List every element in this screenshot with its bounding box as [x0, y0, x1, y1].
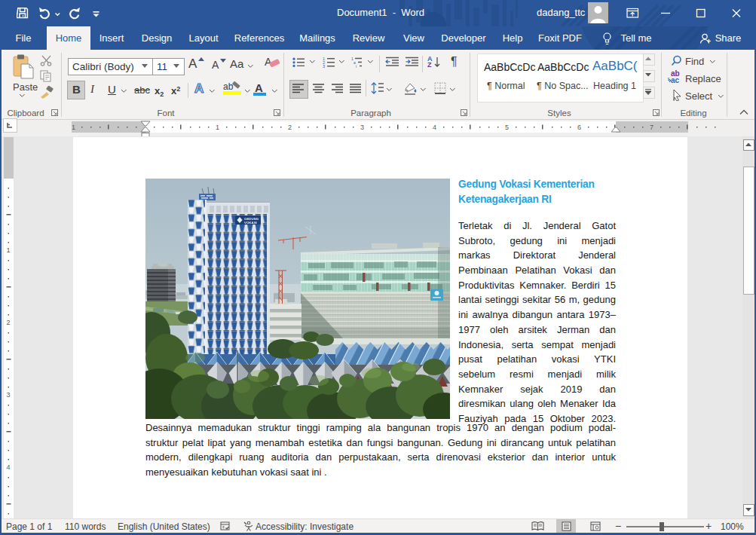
svg-text:7: 7 [650, 124, 653, 131]
svg-text:6: 6 [577, 124, 581, 131]
svg-text:3: 3 [323, 64, 325, 68]
svg-text:4: 4 [433, 124, 436, 131]
svg-text:1: 1 [216, 124, 219, 131]
svg-text:VOKASI: VOKASI [244, 221, 257, 225]
svg-text:2: 2 [288, 124, 292, 131]
svg-text:2: 2 [7, 319, 11, 326]
svg-text:1: 1 [7, 246, 11, 254]
svg-text:3: 3 [360, 124, 364, 131]
svg-text:1: 1 [72, 124, 75, 131]
svg-text:3: 3 [7, 391, 11, 399]
svg-text:5: 5 [505, 124, 509, 131]
svg-text:4: 4 [7, 463, 11, 471]
svg-text:i: i [356, 64, 357, 68]
